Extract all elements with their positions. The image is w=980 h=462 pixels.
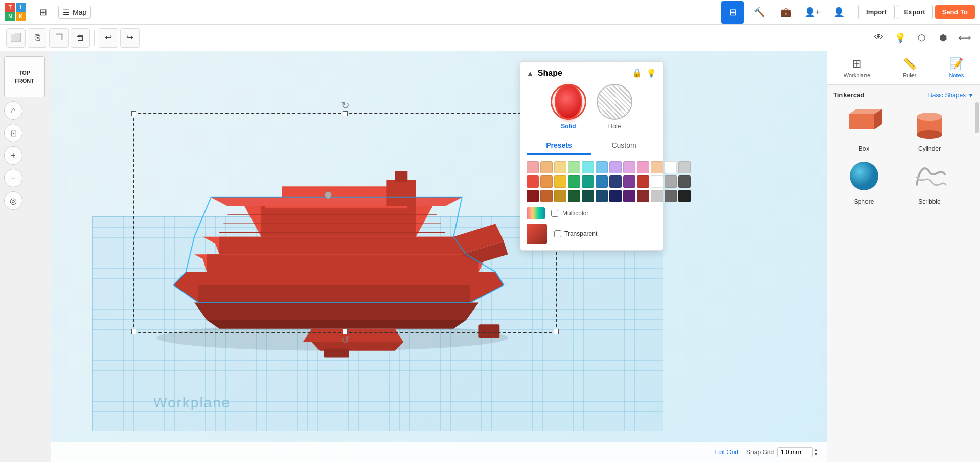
briefcase-icon-button[interactable]: 💼 <box>774 1 797 24</box>
lock-icon[interactable]: 🔒 <box>632 68 642 78</box>
grid-icon-button[interactable]: ⊞ <box>721 1 744 24</box>
swatch-yellow-light[interactable] <box>554 161 566 173</box>
tinkercad-logo[interactable]: T I N K <box>5 3 26 21</box>
swatch-orange[interactable] <box>540 175 553 188</box>
right-panel: ⊞ Workplane 📏 Ruler 📝 Notes Tinkercad Ba… <box>827 51 980 462</box>
shape-header-icons: 🔒 💡 <box>632 68 656 78</box>
custom-tab[interactable]: Custom <box>591 137 656 155</box>
swatch-green-light[interactable] <box>568 161 580 173</box>
swatch-navy[interactable] <box>596 190 608 202</box>
snap-input[interactable] <box>777 447 813 457</box>
swatch-brown[interactable] <box>540 190 553 202</box>
presets-tab[interactable]: Presets <box>527 137 591 155</box>
scrollbar-thumb[interactable] <box>975 102 979 133</box>
light-icon[interactable]: 💡 <box>891 29 909 47</box>
swatch-blue[interactable] <box>596 175 608 188</box>
export-button[interactable]: Export <box>897 5 933 19</box>
mirror-icon[interactable]: ⟺ <box>955 29 974 47</box>
swatch-gray[interactable] <box>665 175 677 188</box>
handle-top-left[interactable] <box>131 111 136 116</box>
handle-top-mid[interactable] <box>343 111 348 116</box>
copy-button[interactable]: ⎘ <box>28 28 47 48</box>
redo-button[interactable]: ↪ <box>120 28 140 48</box>
swatch-red-selected[interactable] <box>527 175 539 188</box>
duplicate-button[interactable]: ❐ <box>49 28 69 48</box>
hole-option[interactable]: Hole <box>597 84 632 130</box>
swatch-dark-red2[interactable] <box>527 190 539 202</box>
add-user-icon-button[interactable]: 👤+ <box>801 1 824 24</box>
swatch-white2[interactable] <box>651 175 663 188</box>
swatch-orange-light[interactable] <box>540 161 553 173</box>
ruler-button[interactable]: 📏 Ruler <box>899 55 921 80</box>
notes-button[interactable]: 📝 Notes <box>945 55 968 80</box>
new-shape-button[interactable]: ⬜ <box>6 28 26 48</box>
swatch-dark-green[interactable] <box>568 190 580 202</box>
undo-button[interactable]: ↩ <box>99 28 118 48</box>
multicolor-swatch[interactable] <box>527 207 545 219</box>
notes-icon: 📝 <box>949 57 963 71</box>
swatch-peach[interactable] <box>651 161 663 173</box>
swatch-dark-teal[interactable] <box>582 190 594 202</box>
profile-icon-button[interactable]: 👤 <box>828 1 850 24</box>
swatch-green[interactable] <box>568 175 580 188</box>
view-cube[interactable]: TOP FRONT <box>4 56 45 97</box>
swatch-dark-purple[interactable] <box>623 190 635 202</box>
swatch-blue-light[interactable] <box>596 161 608 173</box>
scribble-shape[interactable]: Scribble <box>899 157 960 205</box>
swatch-gold[interactable] <box>554 190 566 202</box>
rotate-top[interactable]: ↻ <box>341 99 350 112</box>
shape-align-icon[interactable]: ⬡ <box>913 29 931 47</box>
send-to-button[interactable]: Send To <box>935 5 975 19</box>
swatch-teal[interactable] <box>582 175 594 188</box>
snap-down[interactable]: ▼ <box>814 452 818 457</box>
import-button[interactable]: Import <box>858 5 894 19</box>
sphere-shape[interactable]: Sphere <box>833 157 895 205</box>
canvas-area[interactable]: Workplane <box>51 51 827 462</box>
edit-grid-label[interactable]: Edit Grid <box>714 449 738 456</box>
svg-marker-13 <box>211 197 462 206</box>
multicolor-checkbox[interactable] <box>551 210 558 217</box>
swatch-lavender[interactable] <box>623 161 635 173</box>
swatch-dark-navy[interactable] <box>609 190 622 202</box>
swatch-yellow[interactable] <box>554 175 566 188</box>
snap-grid-label: Snap Grid <box>746 449 774 456</box>
shape-collapse-button[interactable]: ▲ <box>527 69 534 77</box>
color-row-1 <box>527 161 656 173</box>
group-icon[interactable]: ⬢ <box>934 29 952 47</box>
swatch-medium-gray[interactable] <box>665 190 677 202</box>
hammer-icon-button[interactable]: 🔨 <box>748 1 770 24</box>
swatch-near-black[interactable] <box>678 190 691 202</box>
delete-button[interactable]: 🗑 <box>71 28 90 48</box>
hide-workplane-icon[interactable]: 👁 <box>870 29 888 47</box>
swatch-gray-light[interactable] <box>678 161 691 173</box>
perspective-button[interactable]: ◎ <box>4 191 22 210</box>
swatch-dark-blue[interactable] <box>609 175 622 188</box>
swatch-dark-gray[interactable] <box>678 175 691 188</box>
swatch-white[interactable] <box>665 161 677 173</box>
home-button[interactable]: ⌂ <box>4 101 22 120</box>
zoom-in-button[interactable]: + <box>4 146 22 165</box>
cylinder-shape[interactable]: Cylinder <box>899 104 960 152</box>
zoom-out-button[interactable]: − <box>4 169 22 187</box>
solid-option[interactable]: Solid <box>551 84 586 130</box>
transparent-checkbox[interactable] <box>554 230 561 237</box>
swatch-dark-red[interactable] <box>637 175 649 188</box>
box-shape[interactable]: Box <box>833 104 895 152</box>
fit-button[interactable]: ⊡ <box>4 124 22 142</box>
swatch-teal-light[interactable] <box>582 161 594 173</box>
swatch-pink[interactable] <box>637 161 649 173</box>
swatch-maroon[interactable] <box>637 190 649 202</box>
snap-value-control[interactable]: ▲ ▼ <box>777 447 818 457</box>
snap-stepper[interactable]: ▲ ▼ <box>814 448 818 457</box>
library-dropdown[interactable]: Basic Shapes ▼ <box>928 92 974 99</box>
logo-t: T <box>5 3 15 12</box>
light-icon2[interactable]: 💡 <box>646 68 656 78</box>
swatch-purple[interactable] <box>623 175 635 188</box>
grid-view-button[interactable]: ⊞ <box>32 1 54 24</box>
swatch-silver[interactable] <box>651 190 663 202</box>
swatch-purple-light[interactable] <box>609 161 622 173</box>
swatch-pink-light[interactable] <box>527 161 539 173</box>
cylinder-thumbnail <box>904 104 955 142</box>
workplane-button[interactable]: ⊞ Workplane <box>839 55 874 80</box>
map-list-button[interactable]: ☰ Map <box>58 6 91 19</box>
